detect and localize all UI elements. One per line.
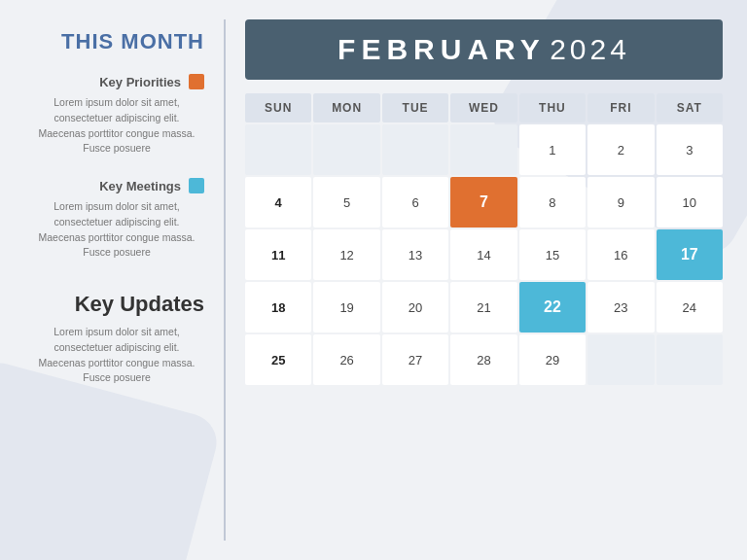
day-fri: FRI bbox=[587, 93, 654, 122]
cal-cell-empty bbox=[450, 124, 516, 175]
cal-cell-2: 2 bbox=[587, 124, 654, 175]
cal-cell-6: 6 bbox=[382, 177, 448, 228]
calendar-header: FEBRUARY 2024 bbox=[245, 19, 723, 80]
meetings-section: Key Meetings Lorem ipsum dolor sit amet,… bbox=[29, 178, 204, 261]
cal-cell-9: 9 bbox=[587, 177, 654, 228]
cal-cell-3: 3 bbox=[657, 124, 723, 175]
calendar-year: 2024 bbox=[550, 33, 630, 65]
sidebar: THIS MONTH Key Priorities Lorem ipsum do… bbox=[0, 0, 224, 560]
meetings-text: Lorem ipsum dolor sit amet, consectetuer… bbox=[29, 199, 204, 261]
cal-cell-18: 18 bbox=[245, 282, 311, 332]
day-mon: MON bbox=[313, 93, 379, 122]
cal-cell-28: 28 bbox=[450, 334, 516, 385]
calendar-area: FEBRUARY 2024 SUN MON TUE WED THU FRI SA… bbox=[226, 0, 747, 560]
day-wed: WED bbox=[450, 93, 516, 122]
priorities-text: Lorem ipsum dolor sit amet, consectetuer… bbox=[29, 95, 204, 157]
cal-cell-21: 21 bbox=[450, 282, 516, 332]
updates-section: Key Updates Lorem ipsum dolor sit amet, … bbox=[29, 282, 204, 386]
cal-cell-27: 27 bbox=[382, 334, 448, 385]
cal-cell-19: 19 bbox=[313, 282, 379, 332]
cal-cell-4: 4 bbox=[245, 177, 311, 228]
day-sat: SAT bbox=[657, 93, 723, 122]
cal-cell-16: 16 bbox=[587, 229, 654, 280]
calendar-header-row: SUN MON TUE WED THU FRI SAT bbox=[245, 93, 723, 122]
day-tue: TUE bbox=[382, 93, 448, 122]
sidebar-title: THIS MONTH bbox=[29, 29, 204, 54]
cal-cell-empty bbox=[313, 124, 379, 175]
meetings-header: Key Meetings bbox=[29, 178, 204, 193]
cal-cell-empty bbox=[657, 334, 723, 385]
priorities-header: Key Priorities bbox=[29, 74, 204, 89]
cal-cell-20: 20 bbox=[382, 282, 448, 332]
meetings-color-box bbox=[189, 178, 204, 193]
calendar-grid: SUN MON TUE WED THU FRI SAT 1 2 3 4 bbox=[245, 93, 723, 541]
updates-title: Key Updates bbox=[29, 292, 204, 317]
day-sun: SUN bbox=[245, 93, 311, 122]
cal-cell-empty bbox=[382, 124, 448, 175]
cal-cell-25: 25 bbox=[245, 334, 311, 385]
calendar-month: FEBRUARY bbox=[338, 33, 546, 65]
cal-cell-14: 14 bbox=[450, 229, 516, 280]
cal-cell-8: 8 bbox=[519, 177, 586, 228]
calendar-row-3: 11 12 13 14 15 16 17 bbox=[245, 229, 723, 280]
calendar-row-1: 1 2 3 bbox=[245, 124, 723, 175]
main-layout: THIS MONTH Key Priorities Lorem ipsum do… bbox=[0, 0, 747, 560]
cal-cell-10: 10 bbox=[657, 177, 723, 228]
day-thu: THU bbox=[519, 93, 586, 122]
calendar-row-5: 25 26 27 28 29 bbox=[245, 334, 723, 385]
cal-cell-23: 23 bbox=[587, 282, 654, 332]
cal-cell-7: 7 bbox=[450, 177, 516, 228]
calendar-row-4: 18 19 20 21 22 23 24 bbox=[245, 282, 723, 332]
priorities-label: Key Priorities bbox=[99, 75, 181, 89]
cal-cell-5: 5 bbox=[313, 177, 379, 228]
cal-cell-24: 24 bbox=[657, 282, 723, 332]
cal-cell-12: 12 bbox=[313, 229, 379, 280]
cal-cell-26: 26 bbox=[313, 334, 379, 385]
cal-cell-29: 29 bbox=[519, 334, 586, 385]
meetings-label: Key Meetings bbox=[99, 179, 181, 193]
cal-cell-11: 11 bbox=[245, 229, 311, 280]
priorities-section: Key Priorities Lorem ipsum dolor sit ame… bbox=[29, 74, 204, 157]
cal-cell-13: 13 bbox=[382, 229, 448, 280]
cal-cell-1: 1 bbox=[519, 124, 586, 175]
cal-cell-17: 17 bbox=[657, 229, 723, 280]
calendar-row-2: 4 5 6 7 8 9 10 bbox=[245, 177, 723, 228]
cal-cell-empty bbox=[587, 334, 654, 385]
updates-text: Lorem ipsum dolor sit amet, consectetuer… bbox=[29, 325, 204, 386]
cal-cell-15: 15 bbox=[519, 229, 586, 280]
cal-cell-22: 22 bbox=[519, 282, 586, 332]
cal-cell-empty bbox=[245, 124, 311, 175]
priorities-color-box bbox=[189, 74, 204, 89]
